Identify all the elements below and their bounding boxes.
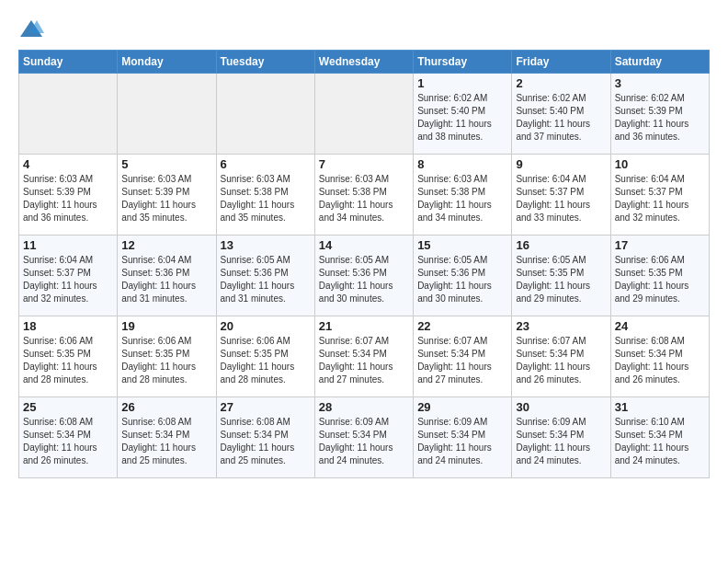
day-info: Sunrise: 6:06 AM Sunset: 5:35 PM Dayligh… (23, 335, 113, 386)
calendar-cell: 10Sunrise: 6:04 AM Sunset: 5:37 PM Dayli… (610, 155, 709, 236)
day-number: 27 (221, 400, 311, 414)
day-info: Sunrise: 6:07 AM Sunset: 5:34 PM Dayligh… (516, 335, 606, 386)
calendar-week-0: 1Sunrise: 6:02 AM Sunset: 5:40 PM Daylig… (19, 74, 710, 155)
weekday-header-thursday: Thursday (414, 51, 512, 74)
calendar-cell: 15Sunrise: 6:05 AM Sunset: 5:36 PM Dayli… (414, 236, 512, 316)
day-number: 8 (417, 157, 507, 171)
calendar-table: SundayMondayTuesdayWednesdayThursdayFrid… (18, 50, 710, 478)
day-info: Sunrise: 6:03 AM Sunset: 5:38 PM Dayligh… (319, 173, 409, 224)
weekday-header-row: SundayMondayTuesdayWednesdayThursdayFrid… (19, 51, 710, 74)
day-info: Sunrise: 6:02 AM Sunset: 5:40 PM Dayligh… (516, 92, 606, 144)
calendar-cell: 13Sunrise: 6:05 AM Sunset: 5:36 PM Dayli… (216, 236, 314, 316)
calendar-cell: 6Sunrise: 6:03 AM Sunset: 5:38 PM Daylig… (216, 155, 314, 236)
weekday-header-tuesday: Tuesday (216, 51, 314, 74)
day-number: 13 (221, 238, 311, 252)
calendar-cell: 9Sunrise: 6:04 AM Sunset: 5:37 PM Daylig… (512, 155, 610, 236)
day-number: 15 (417, 238, 507, 252)
day-info: Sunrise: 6:02 AM Sunset: 5:39 PM Dayligh… (615, 92, 705, 144)
calendar-cell: 20Sunrise: 6:06 AM Sunset: 5:35 PM Dayli… (216, 316, 314, 397)
day-number: 20 (221, 319, 311, 333)
day-number: 1 (417, 76, 507, 90)
calendar-cell: 12Sunrise: 6:04 AM Sunset: 5:36 PM Dayli… (118, 236, 216, 316)
day-info: Sunrise: 6:09 AM Sunset: 5:34 PM Dayligh… (516, 416, 606, 467)
calendar-cell: 18Sunrise: 6:06 AM Sunset: 5:35 PM Dayli… (19, 316, 118, 397)
calendar-cell (118, 74, 216, 155)
day-number: 26 (121, 400, 211, 414)
day-info: Sunrise: 6:03 AM Sunset: 5:38 PM Dayligh… (417, 173, 507, 224)
calendar-cell: 23Sunrise: 6:07 AM Sunset: 5:34 PM Dayli… (512, 316, 610, 397)
calendar-body: 1Sunrise: 6:02 AM Sunset: 5:40 PM Daylig… (19, 74, 710, 478)
day-info: Sunrise: 6:04 AM Sunset: 5:37 PM Dayligh… (516, 173, 606, 224)
calendar-cell: 14Sunrise: 6:05 AM Sunset: 5:36 PM Dayli… (314, 236, 413, 316)
day-info: Sunrise: 6:06 AM Sunset: 5:35 PM Dayligh… (615, 254, 705, 305)
day-info: Sunrise: 6:03 AM Sunset: 5:38 PM Dayligh… (221, 173, 311, 224)
day-number: 6 (221, 157, 311, 171)
day-info: Sunrise: 6:07 AM Sunset: 5:34 PM Dayligh… (417, 335, 507, 386)
weekday-header-sunday: Sunday (19, 51, 118, 74)
calendar-cell (314, 74, 413, 155)
day-number: 17 (615, 238, 705, 252)
day-info: Sunrise: 6:08 AM Sunset: 5:34 PM Dayligh… (615, 335, 705, 386)
day-number: 31 (615, 400, 705, 414)
day-number: 22 (417, 319, 507, 333)
day-info: Sunrise: 6:09 AM Sunset: 5:34 PM Dayligh… (319, 416, 409, 467)
day-number: 11 (23, 238, 113, 252)
day-number: 19 (121, 319, 211, 333)
day-number: 2 (516, 76, 606, 90)
day-info: Sunrise: 6:03 AM Sunset: 5:39 PM Dayligh… (121, 173, 211, 224)
day-number: 21 (319, 319, 409, 333)
calendar-cell: 30Sunrise: 6:09 AM Sunset: 5:34 PM Dayli… (512, 397, 610, 478)
day-number: 25 (23, 400, 113, 414)
calendar-week-3: 18Sunrise: 6:06 AM Sunset: 5:35 PM Dayli… (19, 316, 710, 397)
calendar-cell: 31Sunrise: 6:10 AM Sunset: 5:34 PM Dayli… (610, 397, 709, 478)
day-info: Sunrise: 6:06 AM Sunset: 5:35 PM Dayligh… (121, 335, 211, 386)
day-number: 28 (319, 400, 409, 414)
day-info: Sunrise: 6:08 AM Sunset: 5:34 PM Dayligh… (23, 416, 113, 467)
calendar-cell (19, 74, 118, 155)
weekday-header-monday: Monday (118, 51, 216, 74)
day-number: 30 (516, 400, 606, 414)
day-number: 4 (23, 157, 113, 171)
day-info: Sunrise: 6:09 AM Sunset: 5:34 PM Dayligh… (417, 416, 507, 467)
calendar-cell: 28Sunrise: 6:09 AM Sunset: 5:34 PM Dayli… (314, 397, 413, 478)
calendar-cell: 22Sunrise: 6:07 AM Sunset: 5:34 PM Dayli… (414, 316, 512, 397)
day-number: 29 (417, 400, 507, 414)
day-info: Sunrise: 6:10 AM Sunset: 5:34 PM Dayligh… (615, 416, 705, 467)
day-number: 9 (516, 157, 606, 171)
calendar-week-1: 4Sunrise: 6:03 AM Sunset: 5:39 PM Daylig… (19, 155, 710, 236)
day-info: Sunrise: 6:08 AM Sunset: 5:34 PM Dayligh… (121, 416, 211, 467)
calendar-cell: 19Sunrise: 6:06 AM Sunset: 5:35 PM Dayli… (118, 316, 216, 397)
day-info: Sunrise: 6:05 AM Sunset: 5:36 PM Dayligh… (221, 254, 311, 305)
calendar-cell: 21Sunrise: 6:07 AM Sunset: 5:34 PM Dayli… (314, 316, 413, 397)
calendar-cell: 5Sunrise: 6:03 AM Sunset: 5:39 PM Daylig… (118, 155, 216, 236)
day-number: 24 (615, 319, 705, 333)
page-header (18, 17, 710, 42)
calendar-cell: 16Sunrise: 6:05 AM Sunset: 5:35 PM Dayli… (512, 236, 610, 316)
day-number: 10 (615, 157, 705, 171)
calendar-cell (216, 74, 314, 155)
day-number: 12 (121, 238, 211, 252)
day-info: Sunrise: 6:04 AM Sunset: 5:37 PM Dayligh… (23, 254, 113, 305)
day-info: Sunrise: 6:05 AM Sunset: 5:36 PM Dayligh… (319, 254, 409, 305)
calendar-cell: 25Sunrise: 6:08 AM Sunset: 5:34 PM Dayli… (19, 397, 118, 478)
weekday-header-saturday: Saturday (610, 51, 709, 74)
day-number: 18 (23, 319, 113, 333)
day-number: 7 (319, 157, 409, 171)
calendar-cell: 3Sunrise: 6:02 AM Sunset: 5:39 PM Daylig… (610, 74, 709, 155)
weekday-header-friday: Friday (512, 51, 610, 74)
calendar-cell: 4Sunrise: 6:03 AM Sunset: 5:39 PM Daylig… (19, 155, 118, 236)
logo-icon (18, 17, 44, 42)
day-number: 5 (121, 157, 211, 171)
day-number: 3 (615, 76, 705, 90)
day-info: Sunrise: 6:04 AM Sunset: 5:37 PM Dayligh… (615, 173, 705, 224)
day-info: Sunrise: 6:02 AM Sunset: 5:40 PM Dayligh… (417, 92, 507, 144)
calendar-week-4: 25Sunrise: 6:08 AM Sunset: 5:34 PM Dayli… (19, 397, 710, 478)
day-info: Sunrise: 6:04 AM Sunset: 5:36 PM Dayligh… (121, 254, 211, 305)
day-number: 23 (516, 319, 606, 333)
calendar-cell: 26Sunrise: 6:08 AM Sunset: 5:34 PM Dayli… (118, 397, 216, 478)
calendar-cell: 29Sunrise: 6:09 AM Sunset: 5:34 PM Dayli… (414, 397, 512, 478)
calendar-cell: 11Sunrise: 6:04 AM Sunset: 5:37 PM Dayli… (19, 236, 118, 316)
calendar-cell: 17Sunrise: 6:06 AM Sunset: 5:35 PM Dayli… (610, 236, 709, 316)
day-info: Sunrise: 6:03 AM Sunset: 5:39 PM Dayligh… (23, 173, 113, 224)
day-info: Sunrise: 6:07 AM Sunset: 5:34 PM Dayligh… (319, 335, 409, 386)
